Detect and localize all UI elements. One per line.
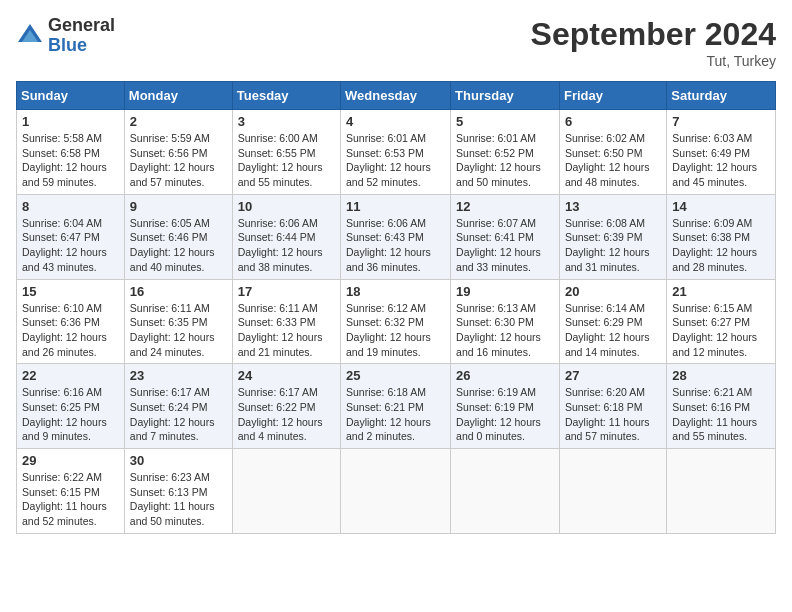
calendar-cell: 9 Sunrise: 6:05 AM Sunset: 6:46 PM Dayli… (124, 194, 232, 279)
day-number: 18 (346, 284, 445, 299)
day-info: Sunrise: 6:06 AM Sunset: 6:44 PM Dayligh… (238, 216, 335, 275)
calendar-cell: 28 Sunrise: 6:21 AM Sunset: 6:16 PM Dayl… (667, 364, 776, 449)
day-number: 14 (672, 199, 770, 214)
day-info: Sunrise: 6:02 AM Sunset: 6:50 PM Dayligh… (565, 131, 661, 190)
calendar-week-row: 15 Sunrise: 6:10 AM Sunset: 6:36 PM Dayl… (17, 279, 776, 364)
day-number: 19 (456, 284, 554, 299)
page-header: General Blue September 2024 Tut, Turkey (16, 16, 776, 69)
header-thursday: Thursday (451, 82, 560, 110)
day-info: Sunrise: 6:11 AM Sunset: 6:35 PM Dayligh… (130, 301, 227, 360)
day-number: 7 (672, 114, 770, 129)
day-number: 11 (346, 199, 445, 214)
day-info: Sunrise: 6:01 AM Sunset: 6:53 PM Dayligh… (346, 131, 445, 190)
calendar-cell: 1 Sunrise: 5:58 AM Sunset: 6:58 PM Dayli… (17, 110, 125, 195)
logo-general-text: General (48, 16, 115, 36)
day-number: 26 (456, 368, 554, 383)
day-number: 8 (22, 199, 119, 214)
day-number: 22 (22, 368, 119, 383)
calendar-week-row: 22 Sunrise: 6:16 AM Sunset: 6:25 PM Dayl… (17, 364, 776, 449)
day-number: 20 (565, 284, 661, 299)
day-number: 9 (130, 199, 227, 214)
calendar-cell: 20 Sunrise: 6:14 AM Sunset: 6:29 PM Dayl… (559, 279, 666, 364)
calendar-cell: 24 Sunrise: 6:17 AM Sunset: 6:22 PM Dayl… (232, 364, 340, 449)
day-number: 29 (22, 453, 119, 468)
header-friday: Friday (559, 82, 666, 110)
calendar-week-row: 29 Sunrise: 6:22 AM Sunset: 6:15 PM Dayl… (17, 449, 776, 534)
day-info: Sunrise: 6:22 AM Sunset: 6:15 PM Dayligh… (22, 470, 119, 529)
day-info: Sunrise: 6:17 AM Sunset: 6:22 PM Dayligh… (238, 385, 335, 444)
logo-blue-text: Blue (48, 36, 115, 56)
calendar-cell: 15 Sunrise: 6:10 AM Sunset: 6:36 PM Dayl… (17, 279, 125, 364)
header-sunday: Sunday (17, 82, 125, 110)
calendar-cell: 13 Sunrise: 6:08 AM Sunset: 6:39 PM Dayl… (559, 194, 666, 279)
day-number: 3 (238, 114, 335, 129)
day-info: Sunrise: 6:04 AM Sunset: 6:47 PM Dayligh… (22, 216, 119, 275)
calendar-cell: 11 Sunrise: 6:06 AM Sunset: 6:43 PM Dayl… (341, 194, 451, 279)
day-number: 1 (22, 114, 119, 129)
calendar-cell (667, 449, 776, 534)
calendar-cell: 16 Sunrise: 6:11 AM Sunset: 6:35 PM Dayl… (124, 279, 232, 364)
day-number: 30 (130, 453, 227, 468)
day-number: 10 (238, 199, 335, 214)
calendar-cell: 21 Sunrise: 6:15 AM Sunset: 6:27 PM Dayl… (667, 279, 776, 364)
logo: General Blue (16, 16, 115, 56)
calendar-cell: 18 Sunrise: 6:12 AM Sunset: 6:32 PM Dayl… (341, 279, 451, 364)
day-info: Sunrise: 6:17 AM Sunset: 6:24 PM Dayligh… (130, 385, 227, 444)
calendar-cell: 29 Sunrise: 6:22 AM Sunset: 6:15 PM Dayl… (17, 449, 125, 534)
day-number: 13 (565, 199, 661, 214)
day-number: 16 (130, 284, 227, 299)
calendar-table: SundayMondayTuesdayWednesdayThursdayFrid… (16, 81, 776, 534)
day-info: Sunrise: 6:13 AM Sunset: 6:30 PM Dayligh… (456, 301, 554, 360)
day-info: Sunrise: 6:23 AM Sunset: 6:13 PM Dayligh… (130, 470, 227, 529)
calendar-cell: 25 Sunrise: 6:18 AM Sunset: 6:21 PM Dayl… (341, 364, 451, 449)
calendar-cell: 26 Sunrise: 6:19 AM Sunset: 6:19 PM Dayl… (451, 364, 560, 449)
day-info: Sunrise: 5:58 AM Sunset: 6:58 PM Dayligh… (22, 131, 119, 190)
day-info: Sunrise: 6:03 AM Sunset: 6:49 PM Dayligh… (672, 131, 770, 190)
day-number: 23 (130, 368, 227, 383)
day-info: Sunrise: 6:20 AM Sunset: 6:18 PM Dayligh… (565, 385, 661, 444)
calendar-week-row: 1 Sunrise: 5:58 AM Sunset: 6:58 PM Dayli… (17, 110, 776, 195)
title-block: September 2024 Tut, Turkey (531, 16, 776, 69)
calendar-cell: 19 Sunrise: 6:13 AM Sunset: 6:30 PM Dayl… (451, 279, 560, 364)
calendar-cell: 14 Sunrise: 6:09 AM Sunset: 6:38 PM Dayl… (667, 194, 776, 279)
day-info: Sunrise: 6:18 AM Sunset: 6:21 PM Dayligh… (346, 385, 445, 444)
calendar-header-row: SundayMondayTuesdayWednesdayThursdayFrid… (17, 82, 776, 110)
day-info: Sunrise: 6:15 AM Sunset: 6:27 PM Dayligh… (672, 301, 770, 360)
logo-icon (16, 22, 44, 50)
day-info: Sunrise: 6:06 AM Sunset: 6:43 PM Dayligh… (346, 216, 445, 275)
logo-text: General Blue (48, 16, 115, 56)
calendar-cell: 23 Sunrise: 6:17 AM Sunset: 6:24 PM Dayl… (124, 364, 232, 449)
day-number: 12 (456, 199, 554, 214)
calendar-week-row: 8 Sunrise: 6:04 AM Sunset: 6:47 PM Dayli… (17, 194, 776, 279)
calendar-cell (559, 449, 666, 534)
calendar-cell (341, 449, 451, 534)
day-number: 28 (672, 368, 770, 383)
day-info: Sunrise: 6:19 AM Sunset: 6:19 PM Dayligh… (456, 385, 554, 444)
calendar-cell: 7 Sunrise: 6:03 AM Sunset: 6:49 PM Dayli… (667, 110, 776, 195)
calendar-cell (232, 449, 340, 534)
day-number: 17 (238, 284, 335, 299)
calendar-cell: 3 Sunrise: 6:00 AM Sunset: 6:55 PM Dayli… (232, 110, 340, 195)
calendar-cell: 8 Sunrise: 6:04 AM Sunset: 6:47 PM Dayli… (17, 194, 125, 279)
day-info: Sunrise: 6:16 AM Sunset: 6:25 PM Dayligh… (22, 385, 119, 444)
day-info: Sunrise: 6:09 AM Sunset: 6:38 PM Dayligh… (672, 216, 770, 275)
day-info: Sunrise: 6:14 AM Sunset: 6:29 PM Dayligh… (565, 301, 661, 360)
day-number: 21 (672, 284, 770, 299)
calendar-cell (451, 449, 560, 534)
day-number: 15 (22, 284, 119, 299)
day-info: Sunrise: 6:08 AM Sunset: 6:39 PM Dayligh… (565, 216, 661, 275)
day-number: 6 (565, 114, 661, 129)
day-number: 4 (346, 114, 445, 129)
calendar-cell: 12 Sunrise: 6:07 AM Sunset: 6:41 PM Dayl… (451, 194, 560, 279)
day-info: Sunrise: 6:00 AM Sunset: 6:55 PM Dayligh… (238, 131, 335, 190)
day-number: 2 (130, 114, 227, 129)
month-title: September 2024 (531, 16, 776, 53)
calendar-cell: 5 Sunrise: 6:01 AM Sunset: 6:52 PM Dayli… (451, 110, 560, 195)
day-info: Sunrise: 5:59 AM Sunset: 6:56 PM Dayligh… (130, 131, 227, 190)
day-number: 25 (346, 368, 445, 383)
calendar-cell: 30 Sunrise: 6:23 AM Sunset: 6:13 PM Dayl… (124, 449, 232, 534)
location: Tut, Turkey (531, 53, 776, 69)
header-saturday: Saturday (667, 82, 776, 110)
calendar-cell: 27 Sunrise: 6:20 AM Sunset: 6:18 PM Dayl… (559, 364, 666, 449)
day-info: Sunrise: 6:07 AM Sunset: 6:41 PM Dayligh… (456, 216, 554, 275)
